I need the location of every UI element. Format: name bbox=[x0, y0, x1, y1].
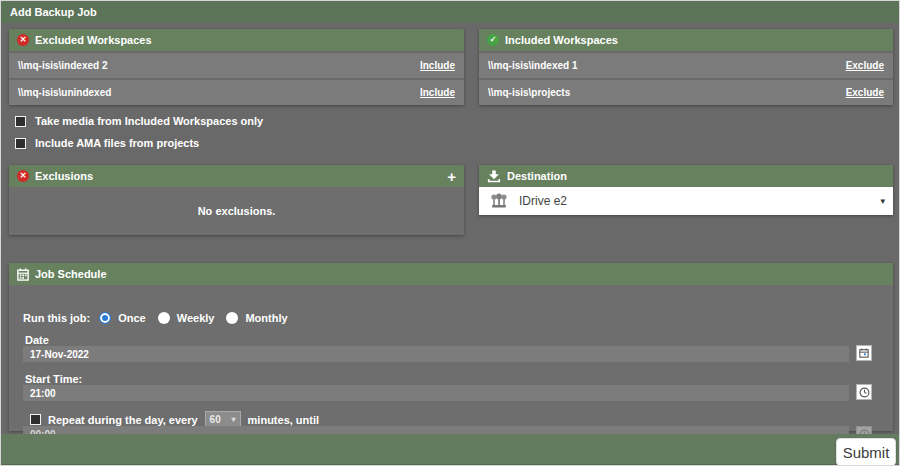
include-ama-label: Include AMA files from projects bbox=[35, 137, 199, 149]
include-link[interactable]: Include bbox=[420, 60, 455, 71]
excluded-circle-x-icon: ✕ bbox=[17, 34, 29, 46]
repeat-label: Repeat during the day, every bbox=[48, 414, 198, 426]
excluded-workspaces-title: Excluded Workspaces bbox=[35, 34, 152, 46]
destination-selected-value: IDrive e2 bbox=[519, 194, 567, 208]
idrive-e2-icon bbox=[489, 193, 509, 210]
take-media-checkbox[interactable] bbox=[15, 116, 26, 127]
job-schedule-header: Job Schedule bbox=[9, 263, 893, 285]
included-workspaces-title: Included Workspaces bbox=[505, 34, 618, 46]
table-row: \\mq-isis\indexed 1 Exclude bbox=[479, 53, 893, 78]
included-check-icon: ✓ bbox=[487, 34, 499, 46]
start-time-clock-button[interactable] bbox=[856, 384, 872, 400]
job-schedule-title: Job Schedule bbox=[35, 268, 107, 280]
destination-download-icon bbox=[487, 170, 501, 183]
workspace-path: \\mq-isis\indexed 1 bbox=[488, 60, 577, 71]
radio-monthly[interactable] bbox=[226, 312, 238, 324]
clock-icon bbox=[859, 387, 870, 398]
page-title: Add Backup Job bbox=[1, 1, 899, 23]
table-row: \\mq-isis\indexed 2 Include bbox=[9, 53, 464, 78]
exclusions-circle-x-icon: ✕ bbox=[17, 170, 29, 182]
start-time-label: Start Time: bbox=[25, 373, 82, 385]
run-frequency-row: Run this job: Once Weekly Monthly bbox=[23, 312, 288, 324]
calendar-icon bbox=[859, 348, 869, 358]
radio-once[interactable] bbox=[99, 312, 111, 324]
table-row: \\mq-isis\projects Exclude bbox=[479, 80, 893, 105]
include-ama-option: Include AMA files from projects bbox=[15, 137, 199, 149]
destination-panel: Destination IDrive e2 ▾ bbox=[479, 165, 893, 215]
table-row: \\mq-isis\unindexed Include bbox=[9, 80, 464, 105]
add-backup-job-page: Add Backup Job ✕ Excluded Workspaces \\m… bbox=[0, 0, 900, 466]
exclusions-header: ✕ Exclusions + bbox=[9, 165, 464, 187]
radio-weekly-label: Weekly bbox=[177, 312, 215, 324]
destination-select[interactable]: IDrive e2 ▾ bbox=[479, 187, 893, 215]
exclude-link[interactable]: Exclude bbox=[846, 87, 884, 98]
exclude-link[interactable]: Exclude bbox=[846, 60, 884, 71]
repeat-checkbox[interactable] bbox=[30, 414, 41, 425]
radio-weekly[interactable] bbox=[158, 312, 170, 324]
chevron-down-icon: ▾ bbox=[232, 415, 236, 424]
radio-once-label: Once bbox=[118, 312, 146, 324]
date-input[interactable] bbox=[23, 346, 849, 362]
include-link[interactable]: Include bbox=[420, 87, 455, 98]
included-workspaces-panel: ✓ Included Workspaces \\mq-isis\indexed … bbox=[479, 29, 893, 105]
chevron-down-icon: ▾ bbox=[880, 196, 885, 206]
exclusions-panel: ✕ Exclusions + No exclusions. bbox=[9, 165, 464, 235]
radio-monthly-label: Monthly bbox=[245, 312, 287, 324]
take-media-label: Take media from Included Workspaces only bbox=[35, 115, 263, 127]
job-schedule-panel: Job Schedule Run this job: Once Weekly M… bbox=[9, 263, 893, 431]
footer-bar bbox=[1, 434, 899, 466]
take-media-option: Take media from Included Workspaces only bbox=[15, 115, 263, 127]
no-exclusions-text: No exclusions. bbox=[9, 187, 464, 235]
date-label: Date bbox=[25, 334, 49, 346]
included-workspaces-header: ✓ Included Workspaces bbox=[479, 29, 893, 51]
workspace-path: \\mq-isis\projects bbox=[488, 87, 570, 98]
destination-header: Destination bbox=[479, 165, 893, 187]
exclusions-title: Exclusions bbox=[35, 170, 93, 182]
add-exclusion-button[interactable]: + bbox=[447, 169, 456, 184]
excluded-workspaces-header: ✕ Excluded Workspaces bbox=[9, 29, 464, 51]
job-schedule-body: Run this job: Once Weekly Monthly Date bbox=[9, 285, 893, 431]
workspace-path: \\mq-isis\unindexed bbox=[18, 87, 111, 98]
repeat-interval-value: 60 bbox=[210, 414, 221, 425]
destination-title: Destination bbox=[507, 170, 567, 182]
excluded-workspaces-panel: ✕ Excluded Workspaces \\mq-isis\indexed … bbox=[9, 29, 464, 105]
submit-button[interactable]: Submit bbox=[836, 438, 896, 466]
repeat-suffix-label: minutes, until bbox=[248, 414, 320, 426]
date-picker-button[interactable] bbox=[856, 345, 872, 361]
start-time-input[interactable] bbox=[23, 385, 849, 401]
run-this-job-label: Run this job: bbox=[23, 312, 90, 324]
include-ama-checkbox[interactable] bbox=[15, 138, 26, 149]
calendar-icon bbox=[17, 268, 29, 281]
workspace-path: \\mq-isis\indexed 2 bbox=[18, 60, 107, 71]
